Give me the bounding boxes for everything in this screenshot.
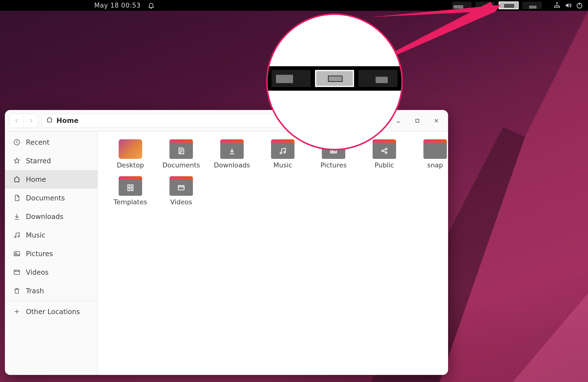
file-label: Downloads [214,161,250,169]
sidebar-label: Documents [26,194,65,202]
notification-bell-icon[interactable] [147,2,155,9]
lens-workspace-left [272,70,311,87]
file-videos[interactable]: Videos [157,175,206,208]
sidebar-item-starred[interactable]: Starred [5,152,97,170]
file-public[interactable]: Public [360,138,409,171]
pathbar[interactable]: Home [42,114,373,128]
sidebar-item-trash[interactable]: Trash [5,282,97,300]
sidebar-item-music[interactable]: Music [5,226,97,244]
svg-marker-0 [440,11,588,382]
svg-point-26 [385,152,387,154]
svg-point-21 [284,152,285,153]
nav-buttons [9,114,38,128]
titlebar[interactable]: Home [5,110,448,132]
file-label: Pictures [321,161,347,169]
sidebar: Recent Starred Home Documents Downloads … [5,132,98,375]
file-label: Videos [170,198,192,206]
workspace-2[interactable] [475,1,495,9]
files-window: Home Recent Starred Home [5,110,448,375]
sidebar-item-videos[interactable]: Videos [5,263,97,282]
path-menu-button[interactable] [359,114,373,127]
svg-rect-29 [178,185,184,190]
sidebar-item-pictures[interactable]: Pictures [5,244,97,263]
folder-icon [373,139,396,159]
minimize-button[interactable] [394,117,402,125]
sidebar-label: Music [26,231,45,239]
svg-point-10 [365,119,368,122]
file-label: snap [427,161,443,169]
sidebar-item-home[interactable]: Home [5,170,97,189]
file-snap[interactable]: snap [411,138,448,171]
forward-button[interactable] [24,114,38,128]
workspace-1[interactable] [452,1,472,9]
power-icon[interactable] [576,2,583,9]
desktop-icon [119,139,142,159]
sidebar-label: Trash [26,287,44,295]
panel-clock[interactable]: May 18 00:53 [94,2,141,9]
path-label: Home [56,117,79,125]
sidebar-label: Starred [26,157,51,165]
svg-rect-13 [416,119,419,122]
svg-point-12 [382,118,385,122]
folder-icon [220,139,244,159]
lens-workspace-active [315,70,354,87]
file-label: Desktop [117,161,144,169]
svg-rect-3 [556,2,558,4]
network-icon[interactable] [553,2,561,9]
volume-icon[interactable] [565,2,572,9]
close-button[interactable] [432,117,440,125]
file-pictures[interactable]: Pictures [309,138,358,171]
svg-point-11 [365,123,368,126]
workspace-switcher[interactable] [452,1,542,9]
svg-rect-6 [558,7,560,8]
svg-marker-2 [513,293,588,382]
file-label: Templates [114,198,147,206]
sidebar-item-recent[interactable]: Recent [5,133,97,152]
svg-rect-19 [14,270,20,274]
sidebar-item-other-locations[interactable]: Other Locations [5,302,97,321]
file-label: Documents [162,161,200,169]
svg-point-24 [382,150,383,152]
sidebar-label: Pictures [26,250,53,258]
folder-grid: DesktopDocumentsDownloadsMusicPicturesPu… [98,132,448,375]
back-button[interactable] [10,114,24,128]
svg-rect-5 [556,7,558,8]
workspace-3[interactable] [499,1,519,9]
folder-icon [423,139,447,159]
folder-icon [119,176,142,196]
svg-point-9 [365,115,368,118]
sidebar-label: Videos [26,268,49,276]
home-icon [46,116,53,125]
top-panel: May 18 00:53 [0,0,588,11]
file-music[interactable]: Music [258,138,307,171]
workspace-4[interactable] [522,1,542,9]
sidebar-label: Recent [26,138,50,146]
folder-icon [169,176,193,196]
svg-point-16 [18,236,19,237]
file-label: Music [273,161,292,169]
window-controls [394,117,444,125]
svg-point-15 [15,236,16,238]
svg-point-20 [280,152,282,154]
sidebar-label: Other Locations [26,308,80,316]
maximize-button[interactable] [413,117,421,125]
file-documents[interactable]: Documents [157,138,206,171]
file-downloads[interactable]: Downloads [208,138,256,171]
folder-icon [271,139,294,159]
search-button[interactable] [377,114,391,128]
sidebar-label: Downloads [26,213,63,221]
folder-icon [322,139,345,159]
svg-rect-4 [554,7,556,8]
sidebar-label: Home [26,176,46,183]
lens-workspace-right [358,70,398,87]
sidebar-separator [5,301,97,301]
svg-point-25 [385,148,387,150]
svg-marker-8 [339,2,496,80]
folder-icon [169,139,193,159]
sidebar-item-downloads[interactable]: Downloads [5,207,97,226]
sidebar-item-documents[interactable]: Documents [5,189,97,207]
file-label: Public [375,161,394,169]
file-desktop[interactable]: Desktop [106,138,155,171]
file-templates[interactable]: Templates [106,175,155,208]
